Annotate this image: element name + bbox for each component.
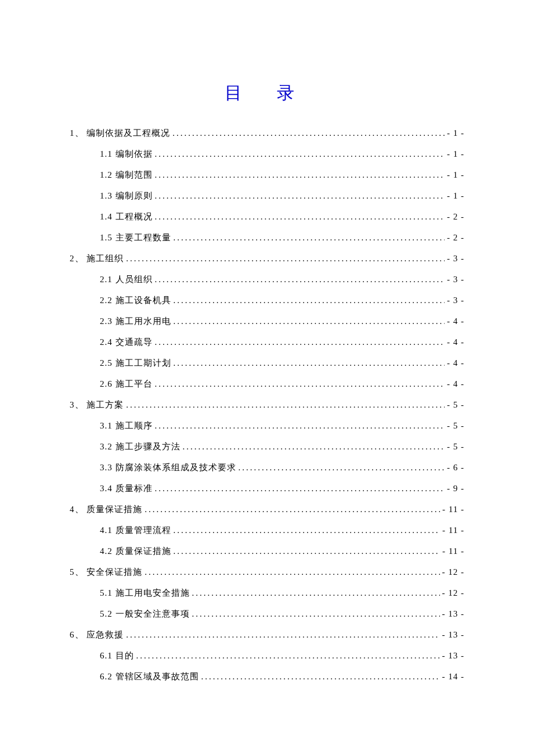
toc-entry: 2.6 施工平台- 4 - xyxy=(70,373,464,394)
toc-leader-dots xyxy=(183,436,445,457)
toc-leader-dots xyxy=(192,603,440,624)
toc-entry-label: 1.5 主要工程数量 xyxy=(100,227,171,248)
toc-entry-label: 2.2 施工设备机具 xyxy=(100,290,171,311)
toc-leader-dots xyxy=(174,520,441,541)
toc-leader-dots xyxy=(174,352,445,373)
toc-entry: 2.3 施工用水用电- 4 - xyxy=(70,311,464,332)
toc-leader-dots xyxy=(126,394,445,415)
table-of-contents: 1、 编制依据及工程概况- 1 -1.1 编制依据- 1 -1.2 编制范围- … xyxy=(70,123,464,687)
toc-leader-dots xyxy=(155,185,445,206)
toc-leader-dots xyxy=(201,666,440,687)
toc-leader-dots xyxy=(172,123,445,143)
toc-entry: 5.2 一般安全注意事项- 13 - xyxy=(70,603,464,624)
toc-entry-label: 3.4 质量标准 xyxy=(100,478,153,499)
toc-entry: 3、 施工方案- 5 - xyxy=(70,394,464,415)
toc-title: 目 录 xyxy=(70,81,464,105)
toc-entry-page: - 4 - xyxy=(447,373,464,394)
toc-entry-label: 6.2 管辖区域及事故范围 xyxy=(100,666,199,687)
toc-entry: 1、 编制依据及工程概况- 1 - xyxy=(70,123,464,143)
toc-entry-label: 2.6 施工平台 xyxy=(100,373,153,394)
toc-entry-page: - 3 - xyxy=(447,290,464,311)
toc-entry-page: - 5 - xyxy=(447,436,464,457)
toc-entry: 5、 安全保证措施- 12 - xyxy=(70,561,464,582)
toc-entry: 6.2 管辖区域及事故范围- 14 - xyxy=(70,666,464,687)
toc-leader-dots xyxy=(145,499,440,520)
toc-entry: 2.4 交通疏导- 4 - xyxy=(70,332,464,352)
toc-entry: 1.3 编制原则- 1 - xyxy=(70,185,464,206)
toc-entry-page: - 13 - xyxy=(442,645,465,666)
toc-entry-page: - 2 - xyxy=(447,206,464,227)
toc-entry-page: - 5 - xyxy=(447,394,464,415)
toc-entry-label: 1.2 编制范围 xyxy=(100,164,153,185)
toc-entry-label: 3.1 施工顺序 xyxy=(100,415,153,436)
toc-leader-dots xyxy=(155,478,445,499)
toc-entry-page: - 12 - xyxy=(442,582,465,603)
toc-entry-page: - 11 - xyxy=(442,499,464,520)
toc-entry-page: - 1 - xyxy=(447,164,464,185)
toc-entry: 6、 应急救援- 13 - xyxy=(70,624,464,645)
toc-entry-label: 2.4 交通疏导 xyxy=(100,332,153,352)
toc-leader-dots xyxy=(174,541,441,561)
toc-entry-label: 1、 编制依据及工程概况 xyxy=(70,123,170,143)
toc-entry: 2.5 施工工期计划- 4 - xyxy=(70,352,464,373)
toc-leader-dots xyxy=(136,645,440,666)
toc-entry-label: 5、 安全保证措施 xyxy=(70,561,142,582)
toc-leader-dots xyxy=(126,248,445,269)
toc-entry-label: 4、 质量保证措施 xyxy=(70,499,142,520)
toc-entry-label: 2.5 施工工期计划 xyxy=(100,352,171,373)
toc-entry-label: 1.3 编制原则 xyxy=(100,185,153,206)
toc-entry-page: - 13 - xyxy=(442,624,465,645)
toc-entry-label: 6.1 目的 xyxy=(100,645,134,666)
toc-entry-page: - 12 - xyxy=(442,561,465,582)
toc-entry-label: 2.3 施工用水用电 xyxy=(100,311,171,332)
toc-entry-page: - 1 - xyxy=(447,185,464,206)
toc-leader-dots xyxy=(239,457,445,478)
toc-entry-page: - 11 - xyxy=(442,520,464,541)
toc-entry: 5.1 施工用电安全措施- 12 - xyxy=(70,582,464,603)
toc-leader-dots xyxy=(155,206,445,227)
toc-entry-page: - 4 - xyxy=(447,352,464,373)
toc-entry-label: 1.1 编制依据 xyxy=(100,143,153,164)
toc-entry: 2.2 施工设备机具- 3 - xyxy=(70,290,464,311)
toc-entry-label: 4.2 质量保证措施 xyxy=(100,541,171,561)
toc-entry-label: 6、 应急救援 xyxy=(70,624,124,645)
toc-entry-label: 2.1 人员组织 xyxy=(100,269,153,290)
toc-entry: 2.1 人员组织- 3 - xyxy=(70,269,464,290)
toc-entry: 3.1 施工顺序- 5 - xyxy=(70,415,464,436)
toc-entry: 4.2 质量保证措施- 11 - xyxy=(70,541,464,561)
toc-entry: 1.1 编制依据- 1 - xyxy=(70,143,464,164)
toc-entry-label: 5.1 施工用电安全措施 xyxy=(100,582,190,603)
toc-entry-label: 5.2 一般安全注意事项 xyxy=(100,603,190,624)
toc-entry-label: 1.4 工程概况 xyxy=(100,206,153,227)
toc-entry: 4、 质量保证措施- 11 - xyxy=(70,499,464,520)
toc-entry: 3.4 质量标准- 9 - xyxy=(70,478,464,499)
toc-leader-dots xyxy=(174,290,445,311)
toc-entry-page: - 2 - xyxy=(447,227,464,248)
toc-entry-page: - 4 - xyxy=(447,332,464,352)
toc-entry-page: - 14 - xyxy=(442,666,465,687)
toc-entry: 3.2 施工步骤及方法- 5 - xyxy=(70,436,464,457)
toc-leader-dots xyxy=(145,561,439,582)
toc-entry-label: 3.3 防腐涂装体系组成及技术要求 xyxy=(100,457,236,478)
toc-entry: 4.1 质量管理流程- 11 - xyxy=(70,520,464,541)
toc-leader-dots xyxy=(174,227,445,248)
toc-entry-page: - 6 - xyxy=(447,457,464,478)
toc-entry: 3.3 防腐涂装体系组成及技术要求- 6 - xyxy=(70,457,464,478)
toc-leader-dots xyxy=(192,582,440,603)
toc-leader-dots xyxy=(155,415,445,436)
toc-entry-page: - 3 - xyxy=(447,269,464,290)
toc-entry-label: 4.1 质量管理流程 xyxy=(100,520,171,541)
toc-leader-dots xyxy=(174,311,445,332)
toc-entry-page: - 9 - xyxy=(447,478,464,499)
toc-leader-dots xyxy=(155,269,445,290)
toc-entry-page: - 5 - xyxy=(447,415,464,436)
toc-leader-dots xyxy=(155,332,445,352)
toc-entry-page: - 1 - xyxy=(447,123,464,143)
toc-leader-dots xyxy=(155,164,445,185)
toc-entry-page: - 1 - xyxy=(447,143,464,164)
toc-entry-page: - 4 - xyxy=(447,311,464,332)
toc-entry-label: 3.2 施工步骤及方法 xyxy=(100,436,181,457)
toc-entry-page: - 11 - xyxy=(442,541,464,561)
toc-entry-label: 2、 施工组织 xyxy=(70,248,124,269)
toc-entry-page: - 3 - xyxy=(447,248,464,269)
